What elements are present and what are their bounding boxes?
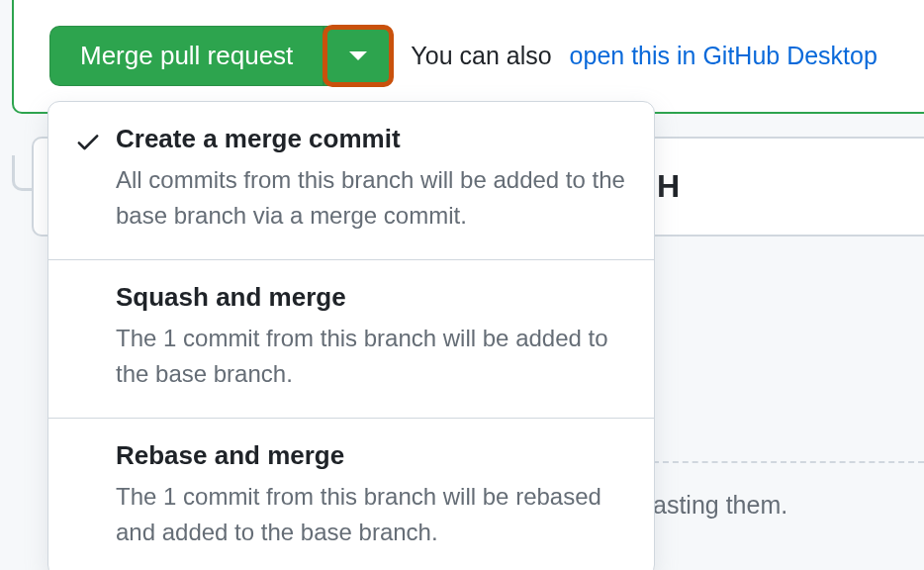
open-github-desktop-link[interactable]: open this in GitHub Desktop <box>570 42 878 70</box>
merge-button-group: Merge pull request <box>49 26 393 86</box>
merge-options-menu: Create a merge commit All commits from t… <box>47 101 655 570</box>
merge-option-title: Create a merge commit <box>116 124 626 154</box>
merge-row: Merge pull request You can also open thi… <box>49 26 924 86</box>
bg-hint-fragment: asting them. <box>653 491 787 520</box>
bg-heading-fragment: H <box>657 168 924 205</box>
merge-option-desc: All commits from this branch will be add… <box>116 162 626 234</box>
merge-option-create-merge-commit[interactable]: Create a merge commit All commits from t… <box>48 102 654 260</box>
merge-option-desc: The 1 commit from this branch will be re… <box>116 479 626 550</box>
check-icon <box>74 128 102 159</box>
merge-option-title: Rebase and merge <box>116 440 626 471</box>
caret-down-icon <box>349 51 367 60</box>
merge-pull-request-button[interactable]: Merge pull request <box>49 26 323 86</box>
merge-option-title: Squash and merge <box>116 282 626 313</box>
merge-option-desc: The 1 commit from this branch will be ad… <box>116 321 626 392</box>
merge-option-rebase-merge[interactable]: Rebase and merge The 1 commit from this … <box>48 419 654 570</box>
merge-hint-text: You can also <box>411 42 551 70</box>
merge-panel: Merge pull request You can also open thi… <box>12 0 924 114</box>
merge-option-squash-merge[interactable]: Squash and merge The 1 commit from this … <box>48 260 654 419</box>
bg-divider <box>653 461 924 463</box>
merge-options-dropdown-button[interactable] <box>323 26 393 86</box>
